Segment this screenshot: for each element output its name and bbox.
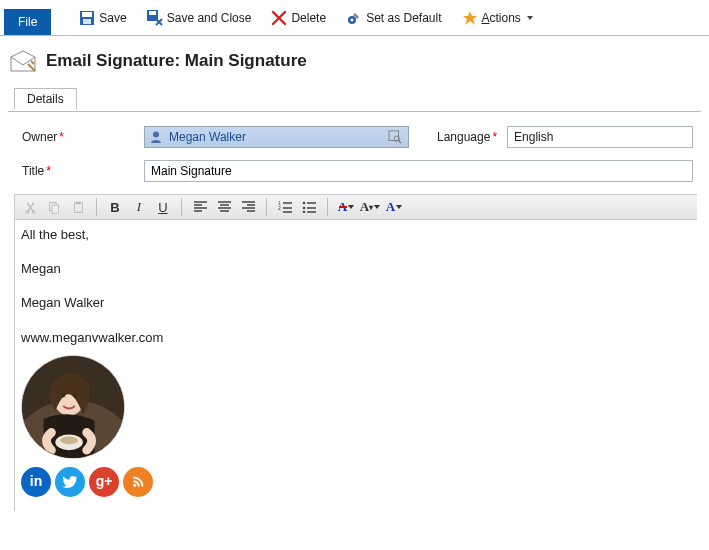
page-header: Email Signature: Main Signature (0, 36, 709, 82)
delete-button[interactable]: Delete (265, 7, 332, 29)
save-close-label: Save and Close (167, 11, 252, 25)
actions-label: Actions (482, 11, 521, 25)
set-default-button[interactable]: Set as Default (340, 7, 447, 29)
rich-text-editor: B I U 12 A A▾ A All the best, Megan Mega… (14, 194, 697, 511)
tabstrip: Details (8, 88, 701, 112)
svg-rect-9 (389, 131, 399, 141)
save-button[interactable]: Save (73, 7, 132, 29)
copy-button (43, 197, 65, 217)
title-label: Title* (22, 164, 134, 178)
ribbon: File Save Save and Close Delete Set as D… (0, 0, 709, 36)
svg-point-30 (133, 484, 136, 487)
svg-rect-2 (83, 19, 91, 24)
align-center-button[interactable] (213, 197, 235, 217)
svg-point-8 (153, 132, 159, 138)
font-family-button[interactable]: A (383, 197, 405, 217)
svg-point-22 (303, 211, 306, 213)
svg-rect-15 (52, 205, 59, 213)
owner-label: Owner* (22, 130, 134, 144)
svg-point-21 (303, 207, 306, 210)
save-close-button[interactable]: Save and Close (141, 7, 258, 29)
signature-link: www.meganvwalker.com (21, 329, 689, 347)
owner-lookup-field[interactable]: Megan Walker (144, 126, 409, 148)
tab-details[interactable]: Details (14, 88, 77, 110)
svg-text:2: 2 (278, 205, 281, 211)
delete-label: Delete (291, 11, 326, 25)
svg-point-29 (60, 436, 78, 444)
svg-point-6 (351, 18, 354, 21)
save-label: Save (99, 11, 126, 25)
editor-toolbar: B I U 12 A A▾ A (15, 194, 697, 220)
bulleted-list-button[interactable] (298, 197, 320, 217)
align-right-button[interactable] (237, 197, 259, 217)
person-icon (149, 130, 163, 144)
linkedin-icon[interactable]: in (21, 467, 51, 497)
numbered-list-button[interactable]: 12 (274, 197, 296, 217)
svg-marker-7 (463, 11, 477, 25)
file-tab[interactable]: File (4, 9, 51, 35)
signature-line: Megan Walker (21, 294, 689, 312)
italic-button[interactable]: I (128, 197, 150, 217)
language-value: English (514, 130, 553, 144)
editor-body[interactable]: All the best, Megan Megan Walker www.meg… (15, 220, 697, 511)
rss-icon[interactable] (123, 467, 153, 497)
language-select[interactable]: English (507, 126, 693, 148)
font-size-button[interactable]: A▾ (359, 197, 381, 217)
underline-button[interactable]: U (152, 197, 174, 217)
owner-value: Megan Walker (169, 130, 246, 144)
svg-point-26 (61, 393, 65, 398)
svg-rect-17 (76, 201, 81, 203)
chevron-down-icon (527, 16, 533, 20)
actions-icon (462, 10, 478, 26)
svg-point-27 (73, 393, 77, 398)
profile-photo (21, 355, 125, 459)
font-color-button[interactable]: A (335, 197, 357, 217)
googleplus-icon[interactable]: g+ (89, 467, 119, 497)
svg-rect-1 (82, 12, 92, 17)
bold-button[interactable]: B (104, 197, 126, 217)
signature-line: All the best, (21, 226, 689, 244)
delete-icon (271, 10, 287, 26)
form: Owner* Megan Walker Language* English Ti… (0, 112, 709, 182)
email-icon (10, 50, 36, 72)
save-close-icon (147, 10, 163, 26)
language-label: Language* (437, 130, 497, 144)
page-title: Email Signature: Main Signature (46, 51, 307, 71)
twitter-icon[interactable] (55, 467, 85, 497)
svg-rect-4 (149, 11, 156, 15)
lookup-icon[interactable] (386, 128, 404, 146)
align-left-button[interactable] (189, 197, 211, 217)
cut-button (19, 197, 41, 217)
paste-button (67, 197, 89, 217)
set-default-icon (346, 10, 362, 26)
signature-line: Megan (21, 260, 689, 278)
social-links: in g+ (21, 467, 689, 497)
svg-line-11 (399, 141, 402, 144)
actions-menu[interactable]: Actions (456, 7, 539, 29)
svg-point-20 (303, 202, 306, 205)
title-input[interactable] (144, 160, 693, 182)
set-default-label: Set as Default (366, 11, 441, 25)
save-icon (79, 10, 95, 26)
